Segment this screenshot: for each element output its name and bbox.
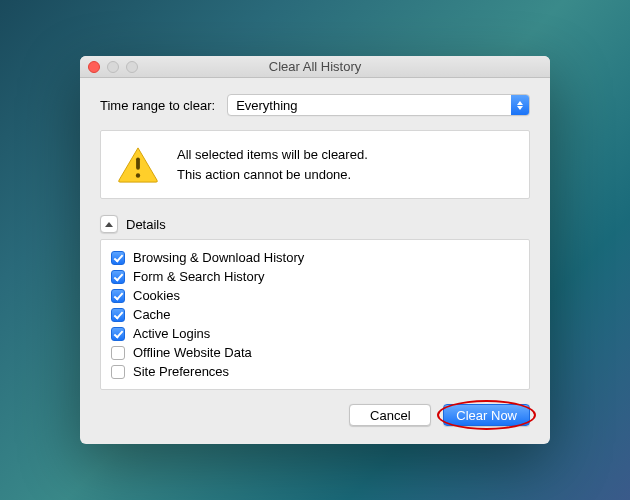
warning-text: All selected items will be cleared. This…: [177, 145, 368, 184]
minimize-icon: [107, 61, 119, 73]
details-disclosure-button[interactable]: [100, 215, 118, 233]
time-range-label: Time range to clear:: [100, 98, 215, 113]
close-icon[interactable]: [88, 61, 100, 73]
checklist-row: Site Preferences: [111, 362, 519, 381]
details-label: Details: [126, 217, 166, 232]
svg-point-1: [136, 173, 140, 177]
clear-now-button[interactable]: Clear Now: [443, 404, 530, 426]
window-title: Clear All History: [269, 59, 361, 74]
titlebar: Clear All History: [80, 56, 550, 78]
checklist-row: Cache: [111, 305, 519, 324]
checklist-item-label: Active Logins: [133, 326, 210, 341]
time-range-row: Time range to clear: Everything: [100, 94, 530, 116]
checklist-item-label: Form & Search History: [133, 269, 264, 284]
select-arrows-icon: [511, 95, 529, 115]
checkbox[interactable]: [111, 346, 125, 360]
chevron-up-icon: [105, 222, 113, 227]
checklist-item-label: Cache: [133, 307, 171, 322]
button-row: Cancel Clear Now: [100, 404, 530, 426]
clear-now-wrap: Clear Now: [443, 404, 530, 426]
checkbox[interactable]: [111, 251, 125, 265]
checklist-item-label: Cookies: [133, 288, 180, 303]
checklist-row: Form & Search History: [111, 267, 519, 286]
time-range-value: Everything: [236, 98, 297, 113]
maximize-icon: [126, 61, 138, 73]
dialog-window: Clear All History Time range to clear: E…: [80, 56, 550, 444]
warning-line-2: This action cannot be undone.: [177, 165, 368, 185]
cancel-button[interactable]: Cancel: [349, 404, 431, 426]
details-checklist: Browsing & Download HistoryForm & Search…: [100, 239, 530, 390]
checklist-item-label: Site Preferences: [133, 364, 229, 379]
clear-now-button-label: Clear Now: [456, 408, 517, 423]
warning-icon: [117, 146, 159, 184]
checklist-row: Cookies: [111, 286, 519, 305]
time-range-select[interactable]: Everything: [227, 94, 530, 116]
checkbox[interactable]: [111, 365, 125, 379]
checklist-item-label: Offline Website Data: [133, 345, 252, 360]
details-header: Details: [100, 213, 530, 239]
svg-rect-0: [136, 157, 140, 169]
window-controls: [88, 61, 138, 73]
checkbox[interactable]: [111, 270, 125, 284]
checklist-row: Browsing & Download History: [111, 248, 519, 267]
checkbox[interactable]: [111, 308, 125, 322]
checklist-item-label: Browsing & Download History: [133, 250, 304, 265]
warning-panel: All selected items will be cleared. This…: [100, 130, 530, 199]
checklist-row: Active Logins: [111, 324, 519, 343]
checkbox[interactable]: [111, 327, 125, 341]
checkbox[interactable]: [111, 289, 125, 303]
cancel-button-label: Cancel: [370, 408, 410, 423]
warning-line-1: All selected items will be cleared.: [177, 145, 368, 165]
dialog-content: Time range to clear: Everything All sele…: [80, 78, 550, 444]
checklist-row: Offline Website Data: [111, 343, 519, 362]
